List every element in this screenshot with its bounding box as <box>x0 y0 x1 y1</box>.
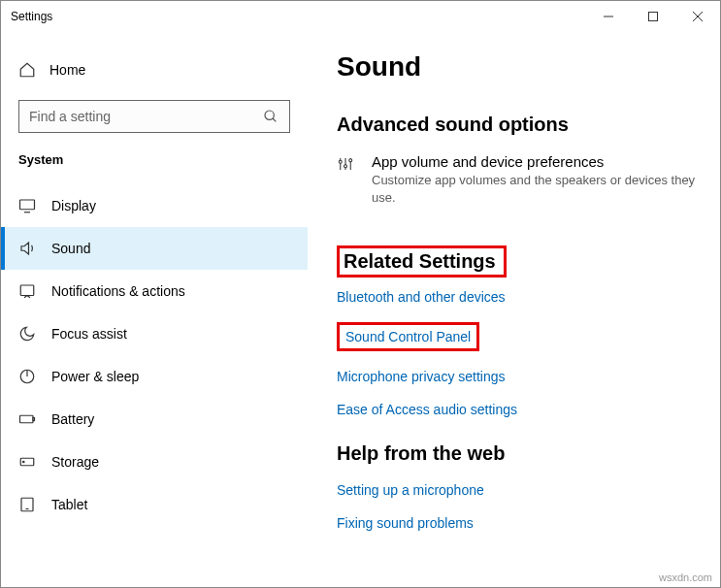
power-icon <box>18 368 36 385</box>
link-setup-mic[interactable]: Setting up a microphone <box>337 482 701 498</box>
link-fix-sound[interactable]: Fixing sound problems <box>337 515 701 531</box>
svg-rect-12 <box>33 418 35 421</box>
adv-option-row[interactable]: App volume and device preferences Custom… <box>337 153 701 207</box>
battery-icon <box>18 410 36 428</box>
svg-line-5 <box>273 118 276 121</box>
svg-point-22 <box>349 159 352 162</box>
window-title: Settings <box>11 10 52 23</box>
help-heading: Help from the web <box>337 442 701 465</box>
content: Sound Advanced sound options App volume … <box>308 32 720 587</box>
sidebar-item-label: Power & sleep <box>51 369 139 384</box>
home-nav[interactable]: Home <box>1 53 308 86</box>
home-icon <box>18 61 36 79</box>
sidebar: Home System Display Sound Notifica <box>1 32 308 587</box>
adv-item-title: App volume and device preferences <box>372 153 701 170</box>
sidebar-item-label: Tablet <box>51 497 87 512</box>
sidebar-item-label: Battery <box>51 411 94 427</box>
home-label: Home <box>49 62 85 78</box>
sidebar-item-sound[interactable]: Sound <box>1 227 308 270</box>
sidebar-item-label: Display <box>51 198 96 213</box>
sidebar-item-label: Notifications & actions <box>51 283 185 299</box>
close-button[interactable] <box>675 1 720 32</box>
sidebar-item-storage[interactable]: Storage <box>1 441 308 483</box>
sidebar-item-notifications[interactable]: Notifications & actions <box>1 270 308 312</box>
search-icon <box>262 108 279 125</box>
search-input[interactable] <box>18 100 290 133</box>
link-ease-access[interactable]: Ease of Access audio settings <box>337 402 701 417</box>
link-sound-control-panel[interactable]: Sound Control Panel <box>345 329 471 344</box>
svg-rect-8 <box>20 285 34 296</box>
maximize-button[interactable] <box>631 1 675 32</box>
notifications-icon <box>18 282 36 300</box>
svg-rect-6 <box>20 200 35 210</box>
svg-point-20 <box>344 165 347 168</box>
section-system-label: System <box>1 148 308 184</box>
sidebar-item-label: Storage <box>51 454 99 470</box>
sidebar-item-focus-assist[interactable]: Focus assist <box>1 312 308 355</box>
focus-assist-icon <box>18 325 36 343</box>
layout: Home System Display Sound Notifica <box>1 32 720 587</box>
watermark: wsxdn.com <box>659 572 712 583</box>
minimize-button[interactable] <box>586 1 631 32</box>
titlebar: Settings <box>1 1 720 32</box>
sidebar-item-battery[interactable]: Battery <box>1 398 308 441</box>
link-mic-privacy[interactable]: Microphone privacy settings <box>337 369 701 384</box>
tablet-icon <box>18 496 36 513</box>
highlight-sound-control-panel: Sound Control Panel <box>337 322 479 351</box>
svg-rect-1 <box>649 13 658 21</box>
display-icon <box>18 197 36 214</box>
link-bluetooth[interactable]: Bluetooth and other devices <box>337 289 701 305</box>
sound-icon <box>18 240 36 257</box>
sliders-icon <box>337 155 354 173</box>
page-title: Sound <box>337 51 701 82</box>
sidebar-item-display[interactable]: Display <box>1 184 308 227</box>
search-field[interactable] <box>29 109 262 124</box>
highlight-related-settings: Related Settings <box>337 245 507 278</box>
sidebar-item-tablet[interactable]: Tablet <box>1 483 308 526</box>
svg-point-4 <box>265 111 274 119</box>
related-heading: Related Settings <box>344 250 496 273</box>
storage-icon <box>18 453 36 471</box>
advanced-heading: Advanced sound options <box>337 114 701 136</box>
sidebar-item-label: Focus assist <box>51 326 127 342</box>
sidebar-item-power-sleep[interactable]: Power & sleep <box>1 355 308 398</box>
svg-point-14 <box>23 461 25 463</box>
svg-point-18 <box>339 160 342 163</box>
svg-rect-11 <box>20 415 34 423</box>
sidebar-item-label: Sound <box>51 241 90 256</box>
adv-item-desc: Customize app volumes and the speakers o… <box>372 172 701 207</box>
